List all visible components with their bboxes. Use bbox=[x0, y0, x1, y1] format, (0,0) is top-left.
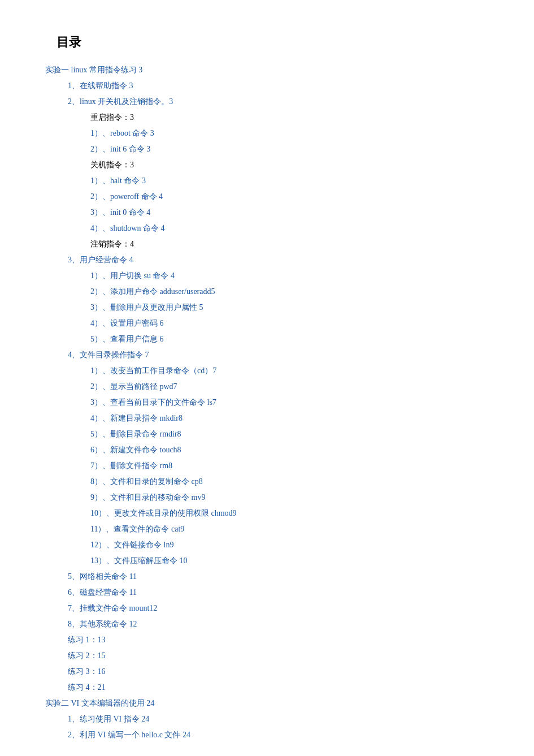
toc-item[interactable]: 关机指令：3 bbox=[90, 157, 489, 173]
toc-item[interactable]: 1）、改变当前工作目录命令（cd）7 bbox=[90, 363, 489, 379]
toc-item[interactable]: 实验二 VI 文本编辑器的使用 24 bbox=[45, 695, 489, 711]
toc-item[interactable]: 2、linux 开关机及注销指令。3 bbox=[68, 94, 489, 110]
toc-item[interactable]: 13）、文件压缩解压命令 10 bbox=[90, 553, 489, 569]
toc-item[interactable]: 4）、shutdown 命令 4 bbox=[90, 221, 489, 236]
toc-item[interactable]: 2）、poweroff 命令 4 bbox=[90, 189, 489, 205]
toc-item[interactable]: 5）、查看用户信息 6 bbox=[90, 331, 489, 347]
toc-container: 实验一 linux 常用指令练习 31、在线帮助指令 32、linux 开关机及… bbox=[45, 62, 489, 743]
toc-item[interactable]: 2）、显示当前路径 pwd7 bbox=[90, 379, 489, 395]
toc-item[interactable]: 2）、init 6 命令 3 bbox=[90, 141, 489, 157]
toc-item[interactable]: 8、其他系统命令 12 bbox=[68, 616, 489, 632]
toc-item[interactable]: 6、磁盘经营命令 11 bbox=[68, 585, 489, 601]
toc-item[interactable]: 1）、用户切换 su 命令 4 bbox=[90, 268, 489, 284]
toc-item[interactable]: 1、练习使用 VI 指令 24 bbox=[68, 711, 489, 727]
toc-item[interactable]: 8）、文件和目录的复制命令 cp8 bbox=[90, 474, 489, 490]
toc-item[interactable]: 9）、文件和目录的移动命令 mv9 bbox=[90, 490, 489, 506]
toc-item[interactable]: 1、在线帮助指令 3 bbox=[68, 78, 489, 94]
toc-item[interactable]: 1）、halt 命令 3 bbox=[90, 173, 489, 189]
toc-item[interactable]: 5、网络相关命令 11 bbox=[68, 569, 489, 585]
toc-item[interactable]: 1）、reboot 命令 3 bbox=[90, 126, 489, 141]
toc-item[interactable]: 练习 2：15 bbox=[68, 648, 489, 664]
toc-item[interactable]: 3、用户经营命令 4 bbox=[68, 252, 489, 268]
toc-item[interactable]: 10）、更改文件或目录的使用权限 chmod9 bbox=[90, 506, 489, 521]
toc-item[interactable]: 2、利用 VI 编写一个 hello.c 文件 24 bbox=[68, 727, 489, 743]
toc-item[interactable]: 3）、查看当前目录下的文件命令 ls7 bbox=[90, 395, 489, 411]
toc-item[interactable]: 练习 4：21 bbox=[68, 680, 489, 695]
toc-item[interactable]: 4）、设置用户密码 6 bbox=[90, 316, 489, 331]
toc-item[interactable]: 7）、删除文件指令 rm8 bbox=[90, 458, 489, 474]
toc-item[interactable]: 4、文件目录操作指令 7 bbox=[68, 347, 489, 363]
toc-item[interactable]: 6）、新建文件命令 touch8 bbox=[90, 442, 489, 458]
toc-item[interactable]: 4）、新建目录指令 mkdir8 bbox=[90, 411, 489, 426]
toc-item[interactable]: 重启指令：3 bbox=[90, 110, 489, 126]
toc-item[interactable]: 实验一 linux 常用指令练习 3 bbox=[45, 62, 489, 78]
toc-item[interactable]: 3）、删除用户及更改用户属性 5 bbox=[90, 300, 489, 316]
toc-item[interactable]: 12）、文件链接命令 ln9 bbox=[90, 537, 489, 553]
toc-item[interactable]: 注销指令：4 bbox=[90, 236, 489, 252]
toc-item[interactable]: 2）、添加用户命令 adduser/useradd5 bbox=[90, 284, 489, 300]
toc-item[interactable]: 5）、删除目录命令 rmdir8 bbox=[90, 426, 489, 442]
toc-item[interactable]: 3）、init 0 命令 4 bbox=[90, 205, 489, 221]
toc-title: 目录 bbox=[57, 34, 489, 51]
toc-item[interactable]: 练习 3：16 bbox=[68, 664, 489, 680]
toc-item[interactable]: 11）、查看文件的命令 cat9 bbox=[90, 521, 489, 537]
toc-item[interactable]: 练习 1：13 bbox=[68, 632, 489, 648]
toc-item[interactable]: 7、挂载文件命令 mount12 bbox=[68, 601, 489, 616]
